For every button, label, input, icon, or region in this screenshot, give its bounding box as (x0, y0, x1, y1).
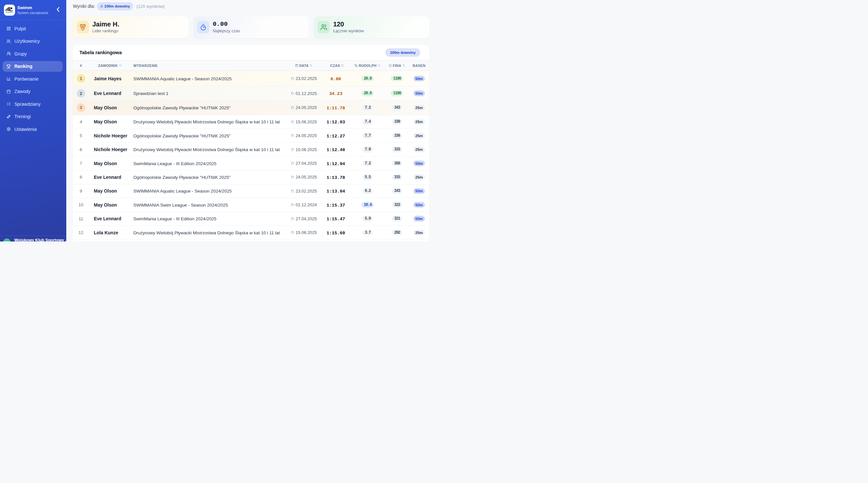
svg-text:SWIMMING: SWIMMING (5, 11, 13, 13)
svg-text:S W I M M I N G: S W I M M I N G (7, 13, 12, 14)
